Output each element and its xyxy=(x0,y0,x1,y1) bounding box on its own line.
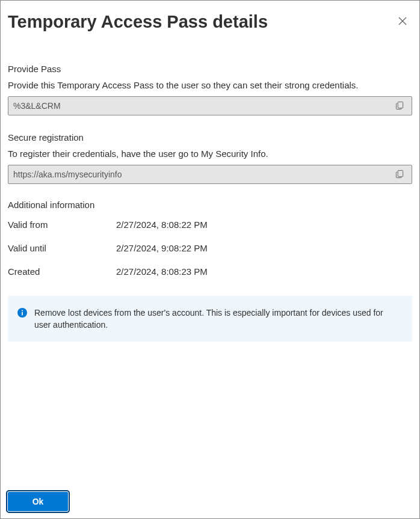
info-value: 2/27/2024, 8:08:23 PM xyxy=(116,266,412,277)
info-label: Valid from xyxy=(8,220,116,230)
info-row-created: Created 2/27/2024, 8:08:23 PM xyxy=(8,266,412,277)
tap-details-dialog: Temporary Access Pass details Provide Pa… xyxy=(0,0,420,519)
info-label: Created xyxy=(8,266,116,277)
info-value: 2/27/2024, 8:08:22 PM xyxy=(116,220,412,230)
info-value: 2/27/2024, 9:08:22 PM xyxy=(116,243,412,253)
provide-pass-value[interactable]: %3&L&CRM xyxy=(13,101,393,111)
dialog-title: Temporary Access Pass details xyxy=(8,11,268,32)
provide-pass-section: Provide Pass Provide this Temporary Acce… xyxy=(8,63,412,115)
info-icon xyxy=(17,308,27,318)
secure-registration-section: Secure registration To register their cr… xyxy=(8,131,412,184)
svg-rect-6 xyxy=(22,310,23,311)
svg-rect-5 xyxy=(22,312,23,316)
copy-pass-button[interactable] xyxy=(393,99,407,112)
copy-url-button[interactable] xyxy=(393,167,407,181)
ok-button[interactable]: Ok xyxy=(8,492,68,511)
info-row-valid-from: Valid from 2/27/2024, 8:08:22 PM xyxy=(8,220,412,230)
close-button[interactable] xyxy=(393,11,412,31)
close-icon xyxy=(398,17,407,25)
info-row-valid-until: Valid until 2/27/2024, 9:08:22 PM xyxy=(8,243,412,253)
secure-registration-heading: Secure registration xyxy=(8,131,412,144)
info-banner-text: Remove lost devices from the user's acco… xyxy=(34,307,399,331)
info-label: Valid until xyxy=(8,243,116,253)
secure-registration-description: To register their credentials, have the … xyxy=(8,147,412,160)
svg-rect-2 xyxy=(398,102,403,108)
dialog-footer: Ok xyxy=(8,485,412,511)
provide-pass-description: Provide this Temporary Access Pass to th… xyxy=(8,79,412,91)
provide-pass-heading: Provide Pass xyxy=(8,63,412,75)
info-banner: Remove lost devices from the user's acco… xyxy=(8,296,412,342)
secure-registration-field: https://aka.ms/mysecurityinfo xyxy=(8,165,412,184)
copy-icon xyxy=(395,101,404,110)
provide-pass-field: %3&L&CRM xyxy=(8,96,412,115)
dialog-content: Provide Pass Provide this Temporary Acce… xyxy=(8,63,412,485)
secure-registration-value[interactable]: https://aka.ms/mysecurityinfo xyxy=(13,170,393,179)
dialog-header: Temporary Access Pass details xyxy=(8,11,412,32)
copy-icon xyxy=(395,170,404,179)
svg-rect-3 xyxy=(398,171,403,177)
additional-info-heading: Additional information xyxy=(8,200,412,210)
